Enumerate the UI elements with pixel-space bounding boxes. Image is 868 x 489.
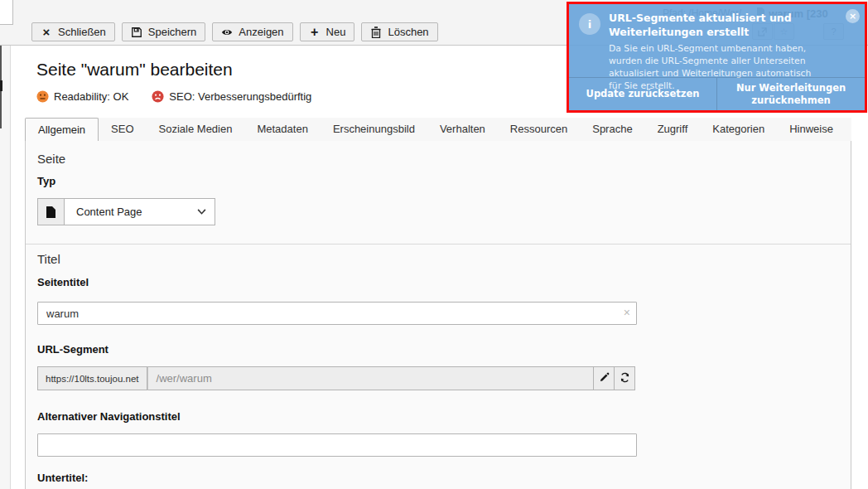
page-type-row: Content Page xyxy=(37,198,839,225)
tab-seo[interactable]: SEO xyxy=(99,118,146,141)
close-button-label: Schließen xyxy=(58,26,106,38)
refresh-icon xyxy=(620,372,630,385)
view-button-label: Anzeigen xyxy=(239,26,283,38)
seo-status-label: SEO: Verbesserungsbedürftig xyxy=(169,90,311,103)
palette-divider xyxy=(26,244,851,244)
section-heading-titel: Titel xyxy=(37,252,839,266)
chevron-down-icon xyxy=(197,209,206,215)
plus-icon: + xyxy=(309,27,321,38)
tab-hinweise[interactable]: Hinweise xyxy=(777,118,846,141)
url-segment-group: https://10lts.toujou.net /wer/warum xyxy=(37,366,635,390)
tab-erscheinungsbild[interactable]: Erscheinungsbild xyxy=(321,118,427,141)
tab-ressourcen[interactable]: Ressourcen xyxy=(498,118,580,141)
close-icon: × xyxy=(41,27,52,38)
delete-button-label: Löschen xyxy=(388,26,428,38)
close-icon: × xyxy=(849,12,856,21)
url-prefix: https://10lts.toujou.net xyxy=(37,366,147,390)
trash-icon xyxy=(370,27,382,38)
seitentitel-label: Seitentitel xyxy=(37,276,839,288)
url-recalculate-button[interactable] xyxy=(615,366,635,390)
untertitel-label: Untertitel: xyxy=(37,472,839,484)
delete-button[interactable]: Löschen xyxy=(361,22,437,41)
corner-box xyxy=(0,0,13,25)
tab-sprache[interactable]: Sprache xyxy=(580,118,644,141)
tab-soziale-medien[interactable]: Soziale Medien xyxy=(147,118,245,141)
notification-actions: Update zurücksetzen Nur Weiterleitungen … xyxy=(569,77,865,110)
url-edit-button[interactable] xyxy=(594,366,615,390)
section-heading-seite: Seite xyxy=(37,152,839,166)
tabstrip: Allgemein SEO Soziale Medien Metadaten E… xyxy=(25,118,851,142)
info-icon: i xyxy=(579,13,600,35)
pagetree-edge-mark xyxy=(0,80,2,91)
tab-allgemein[interactable]: Allgemein xyxy=(25,118,99,142)
tab-kategorien[interactable]: Kategorien xyxy=(700,118,777,141)
revert-update-button[interactable]: Update zurücksetzen xyxy=(569,78,716,110)
page-type-selected-value: Content Page xyxy=(76,206,197,218)
seo-bad-icon xyxy=(152,90,164,103)
tab-metadaten[interactable]: Metadaten xyxy=(244,118,320,141)
typo3-backend: × Schließen Speichern Anzeigen + Neu xyxy=(0,0,868,489)
seitentitel-input[interactable] xyxy=(37,302,637,325)
page-type-icon-box xyxy=(37,198,65,225)
alt-nav-input[interactable] xyxy=(37,433,637,457)
seitentitel-field-wrap: × xyxy=(37,302,637,325)
readability-status: Readability: OK xyxy=(36,90,128,103)
close-button[interactable]: × Schließen xyxy=(31,22,115,41)
page-type-select[interactable]: Content Page xyxy=(65,198,215,225)
tab-zugriff[interactable]: Zugriff xyxy=(645,118,701,141)
notification-title: URL-Segmente aktualisiert und Weiterleit… xyxy=(609,12,816,39)
alt-nav-field-wrap xyxy=(37,433,637,457)
alt-nav-label: Alternativer Navigationstitel xyxy=(37,410,839,423)
tab-verhalten[interactable]: Verhalten xyxy=(427,118,498,141)
new-button[interactable]: + Neu xyxy=(300,22,355,41)
save-icon xyxy=(131,27,142,38)
readability-status-label: Readability: OK xyxy=(54,90,128,103)
save-button-label: Speichern xyxy=(148,26,197,38)
clear-icon[interactable]: × xyxy=(624,306,630,319)
url-segment-value: /wer/warum xyxy=(147,366,594,390)
tab-panel-allgemein: Seite Typ Content Page Titel Seitentitel… xyxy=(25,141,851,489)
revert-redirects-button[interactable]: Nur Weiterleitungen zurücknehmen xyxy=(716,78,865,110)
view-button[interactable]: Anzeigen xyxy=(212,22,292,41)
view-icon xyxy=(221,27,233,38)
page-title: Seite "warum" bearbeiten xyxy=(36,60,233,80)
new-button-label: Neu xyxy=(326,26,346,38)
seo-status: SEO: Verbesserungsbedürftig xyxy=(152,90,311,103)
pencil-icon xyxy=(599,372,610,385)
url-segment-label: URL-Segment xyxy=(37,343,839,356)
notification-popup: i URL-Segmente aktualisiert und Weiterle… xyxy=(567,2,867,113)
notification-close-button[interactable]: × xyxy=(846,9,860,23)
status-row: Readability: OK SEO: Verbesserungsbedürf… xyxy=(36,90,311,103)
content-page-icon xyxy=(46,206,56,219)
readability-ok-icon xyxy=(36,90,49,103)
save-button[interactable]: Speichern xyxy=(122,22,206,41)
toolbar: × Schließen Speichern Anzeigen + Neu xyxy=(31,22,438,41)
type-label: Typ xyxy=(37,175,839,187)
